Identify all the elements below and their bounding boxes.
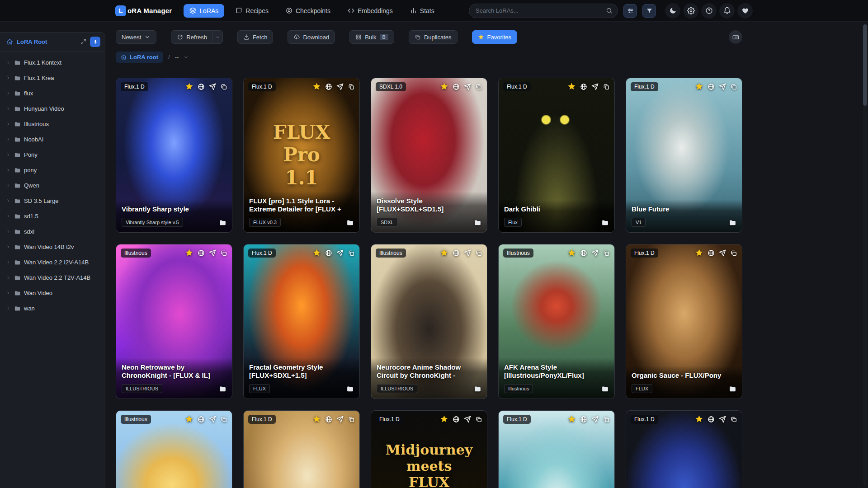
lora-card[interactable]: FLUX Pro 1.1Flux.1 DFLUX [pro] 1.1 Style…	[243, 78, 360, 233]
refresh-dropdown-button[interactable]	[213, 30, 223, 44]
copy-icon[interactable]	[603, 83, 610, 90]
nav-item-recipes[interactable]: Recipes	[230, 4, 274, 18]
folder-icon[interactable]	[601, 385, 609, 393]
card-version-tag[interactable]: V1	[632, 218, 646, 227]
folder-item[interactable]: Pony	[0, 147, 105, 162]
favorite-star-icon[interactable]	[567, 249, 576, 257]
favorite-star-icon[interactable]	[185, 249, 193, 257]
lora-card[interactable]: SDXL 1.0Dissolve Style [FLUX+SDXL+SD1.5]…	[371, 78, 487, 233]
card-version-tag[interactable]: Vibrantly Sharp style v.5	[122, 218, 183, 227]
copy-icon[interactable]	[730, 416, 737, 423]
copy-icon[interactable]	[220, 416, 227, 423]
copy-icon[interactable]	[220, 83, 227, 90]
lora-card[interactable]: Flux.1 DOrganic Sauce - FLUX/PonyFLUX	[626, 244, 742, 399]
help-button[interactable]	[701, 3, 717, 19]
globe-icon[interactable]	[198, 249, 205, 257]
favorite-star-icon[interactable]	[312, 249, 321, 257]
folder-item[interactable]: Wan Video 2.2 I2V-A14B	[0, 254, 105, 270]
copy-icon[interactable]	[730, 83, 737, 90]
globe-icon[interactable]	[453, 249, 460, 257]
send-icon[interactable]	[719, 249, 726, 257]
folder-icon[interactable]	[601, 219, 609, 226]
folder-item[interactable]: NoobAI	[0, 131, 105, 147]
chevron-down-icon[interactable]	[184, 55, 189, 60]
gear-button[interactable]	[683, 3, 698, 19]
folder-item[interactable]: wan	[0, 300, 105, 316]
globe-icon[interactable]	[708, 249, 715, 257]
send-icon[interactable]	[336, 83, 344, 90]
send-icon[interactable]	[591, 249, 599, 257]
lora-card[interactable]: Midjourney meets FLUXFlux.1 D	[371, 410, 487, 488]
card-version-tag[interactable]: Flux	[504, 218, 522, 227]
lora-card[interactable]: Flux.1 DFractal Geometry Style [FLUX+SDX…	[243, 244, 360, 399]
duplicates-button[interactable]: Duplicates	[409, 30, 458, 44]
folder-item[interactable]: Flux.1 Krea	[0, 70, 105, 85]
send-icon[interactable]	[591, 416, 599, 423]
globe-icon[interactable]	[708, 416, 715, 423]
bulk-button[interactable]: Bulk B	[349, 30, 394, 44]
moon-button[interactable]	[665, 3, 680, 19]
folder-item[interactable]: SD 3.5 Large	[0, 193, 105, 208]
search-input[interactable]	[469, 4, 618, 18]
folder-icon[interactable]	[474, 219, 481, 226]
copy-icon[interactable]	[475, 249, 482, 257]
folder-item[interactable]: Wan Video	[0, 285, 105, 300]
folder-item[interactable]: sd1.5	[0, 208, 105, 224]
globe-icon[interactable]	[198, 83, 205, 90]
favorite-star-icon[interactable]	[440, 415, 448, 423]
send-icon[interactable]	[209, 249, 216, 257]
copy-icon[interactable]	[603, 416, 610, 423]
card-version-tag[interactable]: ILLUSTRIOUS	[122, 384, 162, 393]
send-icon[interactable]	[336, 249, 344, 257]
send-icon[interactable]	[209, 83, 216, 90]
folder-item[interactable]: pony	[0, 162, 105, 178]
expand-icon[interactable]	[80, 39, 86, 45]
nav-item-stats[interactable]: Stats	[404, 4, 440, 18]
card-version-tag[interactable]: FLUX	[632, 384, 652, 393]
lora-card[interactable]: Flux.1 D	[243, 410, 360, 488]
card-version-tag[interactable]: FLUX v0.3	[249, 218, 281, 227]
breadcrumb-root[interactable]: LoRA root	[116, 52, 163, 63]
download-button[interactable]: Download	[288, 30, 335, 44]
heart-button[interactable]	[737, 3, 753, 19]
sort-select[interactable]: Newest	[116, 30, 156, 44]
copy-icon[interactable]	[730, 249, 737, 257]
lora-card[interactable]: IllustriousNeurocore Anime Shadow Circui…	[371, 244, 487, 399]
keyboard-shortcuts-button[interactable]	[729, 30, 742, 44]
folder-item[interactable]: Hunyuan Video	[0, 101, 105, 116]
globe-icon[interactable]	[325, 249, 332, 257]
favorite-star-icon[interactable]	[567, 82, 576, 91]
sidebar-root-label[interactable]: LoRA Root	[17, 38, 77, 45]
globe-icon[interactable]	[580, 249, 587, 257]
favorite-star-icon[interactable]	[695, 82, 703, 91]
send-icon[interactable]	[591, 83, 599, 90]
favorite-star-icon[interactable]	[695, 415, 703, 423]
nav-item-embeddings[interactable]: Embeddings	[342, 4, 399, 18]
card-version-tag[interactable]: ILLUSTRIOUS	[377, 384, 417, 393]
card-version-tag[interactable]: FLUX	[249, 384, 270, 393]
lora-card[interactable]: Flux.1 D	[498, 410, 615, 488]
filter-funnel-button[interactable]	[642, 4, 656, 18]
folder-icon[interactable]	[729, 219, 736, 226]
copy-icon[interactable]	[348, 83, 355, 90]
favorite-star-icon[interactable]	[695, 249, 703, 257]
lora-card[interactable]: Flux.1 DBlue FutureV1	[626, 78, 742, 233]
folder-item[interactable]: Flux.1 Kontext	[0, 55, 105, 70]
bell-button[interactable]	[719, 3, 735, 19]
globe-icon[interactable]	[325, 416, 332, 423]
lora-card[interactable]: Flux.1 D	[626, 410, 742, 488]
scrollbar-thumb[interactable]	[863, 24, 867, 106]
fetch-button[interactable]: Fetch	[237, 30, 274, 44]
send-icon[interactable]	[464, 416, 471, 423]
copy-icon[interactable]	[220, 249, 227, 257]
folder-icon[interactable]	[729, 385, 736, 393]
copy-icon[interactable]	[603, 249, 610, 257]
favorite-star-icon[interactable]	[312, 415, 321, 423]
card-version-tag[interactable]: Illustrious	[504, 384, 533, 393]
copy-icon[interactable]	[348, 249, 355, 257]
globe-icon[interactable]	[453, 416, 460, 423]
refresh-button[interactable]: Refresh	[171, 30, 213, 44]
folder-icon[interactable]	[219, 385, 226, 393]
globe-icon[interactable]	[453, 83, 460, 90]
copy-icon[interactable]	[348, 416, 355, 423]
